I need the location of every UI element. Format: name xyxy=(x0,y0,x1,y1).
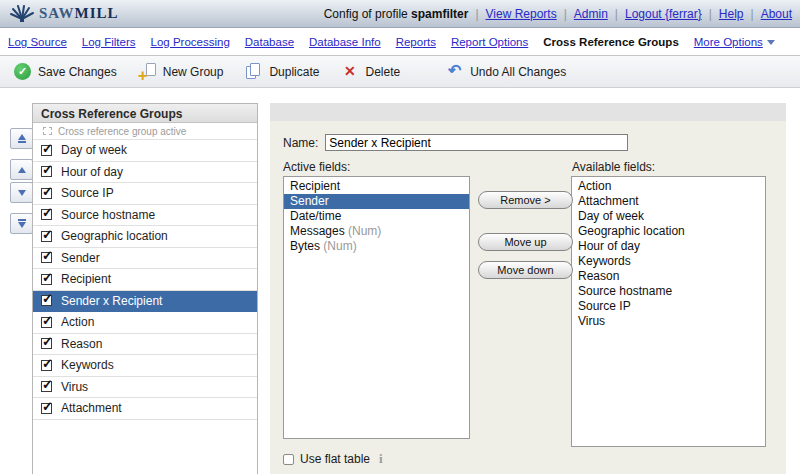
field-label: Sender xyxy=(290,194,329,208)
group-checkbox[interactable]: ✓ xyxy=(41,360,52,371)
profile-nav: Log SourceLog FiltersLog ProcessingDatab… xyxy=(0,29,800,55)
group-checkbox[interactable]: ✓ xyxy=(41,209,52,220)
group-row[interactable]: ✓Day of week xyxy=(33,140,257,162)
checkmark-icon: ✓ xyxy=(42,248,53,263)
group-row-label: Keywords xyxy=(61,358,114,372)
group-checkbox[interactable]: ✓ xyxy=(41,252,52,263)
group-row[interactable]: ✓Hour of day xyxy=(33,162,257,184)
move-down-button[interactable] xyxy=(10,182,33,203)
separator: | xyxy=(751,7,754,21)
duplicate-button[interactable]: Duplicate xyxy=(245,63,319,80)
available-field-item[interactable]: Hour of day xyxy=(572,239,765,254)
available-field-item[interactable]: Reason xyxy=(572,269,765,284)
nav-link-database-info[interactable]: Database Info xyxy=(309,36,381,48)
group-row-label: Source IP xyxy=(61,186,114,200)
available-field-item[interactable]: Attachment xyxy=(572,194,765,209)
header-link-help[interactable]: Help xyxy=(719,7,744,21)
available-field-item[interactable]: Source IP xyxy=(572,299,765,314)
group-checkbox[interactable]: ✓ xyxy=(41,317,52,328)
editor-header-strip xyxy=(270,103,786,121)
undo-all-changes-button[interactable]: ↶Undo All Changes xyxy=(446,63,566,80)
nav-link-database[interactable]: Database xyxy=(245,36,294,48)
available-field-item[interactable]: Source hostname xyxy=(572,284,765,299)
new-group-button[interactable]: +New Group xyxy=(139,63,224,80)
available-field-item[interactable]: Virus xyxy=(572,314,765,329)
dashed-checkbox-icon xyxy=(43,127,52,135)
available-field-item[interactable]: Action xyxy=(572,179,765,194)
move-to-bottom-button[interactable] xyxy=(10,213,33,234)
sawmill-logo[interactable]: SAWMILL xyxy=(10,5,119,23)
group-name-input[interactable] xyxy=(325,134,628,151)
available-field-item[interactable]: Geographic location xyxy=(572,224,765,239)
nav-link-report-options[interactable]: Report Options xyxy=(451,36,528,48)
group-row[interactable]: ✓Virus xyxy=(33,377,257,399)
active-field-item[interactable]: Recipient xyxy=(284,179,469,194)
active-fields-listbox[interactable]: RecipientSenderDate/timeMessages (Num)By… xyxy=(283,176,470,439)
group-row-label: Attachment xyxy=(61,401,122,415)
group-checkbox[interactable]: ✓ xyxy=(41,403,52,414)
group-row[interactable]: ✓Reason xyxy=(33,334,257,356)
group-row-label: Geographic location xyxy=(61,229,168,243)
active-field-item[interactable]: Sender xyxy=(284,194,469,209)
group-editor-panel: Name: Active fields: RecipientSenderDate… xyxy=(270,103,786,474)
save-changes-button[interactable]: ✓Save Changes xyxy=(14,63,117,80)
available-fields-listbox[interactable]: ActionAttachmentDay of weekGeographic lo… xyxy=(571,176,766,447)
group-row[interactable]: ✓Action xyxy=(33,312,257,334)
group-checkbox[interactable]: ✓ xyxy=(41,381,52,392)
toolbar-button-label: Duplicate xyxy=(269,65,319,79)
header-link-admin[interactable]: Admin xyxy=(574,7,608,21)
group-row[interactable]: ✓Sender xyxy=(33,248,257,270)
group-row[interactable]: ✓Source IP xyxy=(33,183,257,205)
header-link-view-reports[interactable]: View Reports xyxy=(486,7,557,21)
header-link-about[interactable]: About xyxy=(761,7,792,21)
separator: | xyxy=(709,7,712,21)
group-row-label: Sender x Recipient xyxy=(61,294,162,308)
move-up-button[interactable]: Move up xyxy=(478,233,573,251)
move-up-button[interactable] xyxy=(10,159,33,180)
group-row[interactable]: ✓Recipient xyxy=(33,269,257,291)
nav-link-reports[interactable]: Reports xyxy=(396,36,436,48)
group-row[interactable]: ✓Geographic location xyxy=(33,226,257,248)
move-to-top-button[interactable] xyxy=(10,128,33,149)
app-header: SAWMILL Config of profile spamfilter |Vi… xyxy=(0,0,800,28)
group-row-label: Recipient xyxy=(61,272,111,286)
available-fields-label: Available fields: xyxy=(572,160,655,174)
group-row[interactable]: ✓Sender x Recipient xyxy=(33,291,257,313)
header-link-logout-ferrar-[interactable]: Logout {ferrar} xyxy=(625,7,702,21)
nav-link-log-filters[interactable]: Log Filters xyxy=(82,36,136,48)
info-icon[interactable]: i xyxy=(379,451,383,467)
checkmark-icon: ✓ xyxy=(42,184,53,199)
nav-link-log-source[interactable]: Log Source xyxy=(8,36,67,48)
new-plus-icon: + xyxy=(139,63,156,80)
remove--button[interactable]: Remove > xyxy=(478,191,573,209)
group-checkbox[interactable]: ✓ xyxy=(41,231,52,242)
group-row[interactable]: ✓Attachment xyxy=(33,398,257,420)
active-field-item[interactable]: Messages (Num) xyxy=(284,224,469,239)
separator: | xyxy=(564,7,567,21)
delete-x-icon: ✕ xyxy=(341,63,358,80)
available-field-item[interactable]: Day of week xyxy=(572,209,765,224)
separator: | xyxy=(475,7,478,21)
more-options-link[interactable]: More Options xyxy=(694,36,763,48)
active-field-item[interactable]: Date/time xyxy=(284,209,469,224)
plus-glyph: + xyxy=(138,68,148,83)
group-checkbox[interactable]: ✓ xyxy=(41,145,52,156)
active-field-item[interactable]: Bytes (Num) xyxy=(284,239,469,254)
group-checkbox[interactable]: ✓ xyxy=(41,295,52,306)
nav-link-log-processing[interactable]: Log Processing xyxy=(151,36,230,48)
group-row[interactable]: ✓Keywords xyxy=(33,355,257,377)
group-checkbox[interactable]: ✓ xyxy=(41,338,52,349)
checkmark-icon: ✓ xyxy=(42,399,53,414)
checkmark-icon: ✓ xyxy=(42,291,53,306)
available-field-item[interactable]: Keywords xyxy=(572,254,765,269)
use-flat-table-checkbox[interactable] xyxy=(283,454,294,465)
group-row[interactable]: ✓Source hostname xyxy=(33,205,257,227)
nav-more-options[interactable]: More Options xyxy=(694,36,775,48)
checkmark-icon: ✓ xyxy=(42,227,53,242)
move-down-button[interactable]: Move down xyxy=(478,261,573,279)
group-checkbox[interactable]: ✓ xyxy=(41,274,52,285)
group-checkbox[interactable]: ✓ xyxy=(41,188,52,199)
delete-button[interactable]: ✕Delete xyxy=(341,63,400,80)
checkmark-icon: ✓ xyxy=(42,356,53,371)
group-checkbox[interactable]: ✓ xyxy=(41,166,52,177)
